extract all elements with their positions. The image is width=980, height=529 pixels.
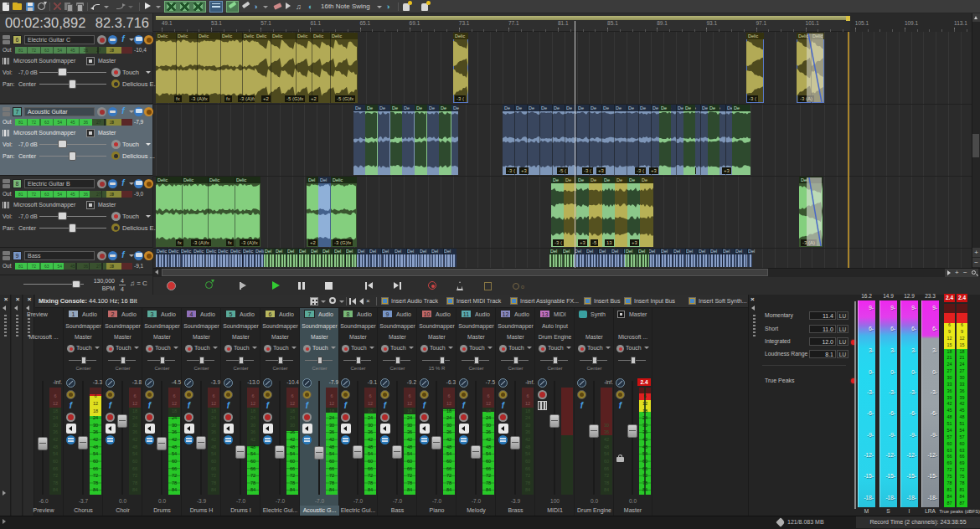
svg-text:54: 54	[368, 451, 373, 456]
svg-text:6: 6	[173, 393, 175, 398]
svg-text:9-: 9-	[869, 305, 874, 311]
svg-text:-15-: -15-	[864, 473, 874, 479]
svg-text:48: 48	[53, 444, 58, 449]
svg-text:78: 78	[329, 480, 334, 485]
svg-text:39: 39	[960, 395, 965, 400]
svg-text:30: 30	[172, 423, 177, 428]
svg-text:60: 60	[642, 459, 647, 464]
svg-text:60: 60	[290, 459, 295, 464]
svg-text:60: 60	[93, 459, 98, 464]
svg-text:-6-: -6-	[931, 410, 937, 416]
svg-text:-6-: -6-	[889, 410, 895, 416]
svg-text:30: 30	[486, 423, 491, 428]
svg-text:6: 6	[133, 393, 136, 398]
svg-text:48: 48	[960, 414, 965, 419]
svg-text:36: 36	[960, 388, 965, 393]
svg-text:9-: 9-	[911, 305, 916, 311]
svg-text:-3-: -3-	[889, 389, 895, 395]
svg-text:60: 60	[211, 459, 216, 464]
svg-text:48: 48	[93, 444, 98, 449]
svg-text:42: 42	[53, 437, 58, 442]
svg-text:42: 42	[407, 437, 412, 442]
svg-text:60: 60	[368, 459, 373, 464]
svg-text:78: 78	[290, 480, 295, 485]
svg-text:84: 84	[642, 487, 647, 492]
svg-text:-18-: -18-	[906, 495, 916, 501]
svg-text:18: 18	[960, 349, 965, 354]
svg-text:78: 78	[407, 480, 412, 485]
svg-text:24: 24	[53, 415, 58, 420]
svg-text:60: 60	[250, 459, 255, 464]
svg-text:69: 69	[947, 460, 952, 465]
svg-text:66: 66	[960, 454, 965, 459]
svg-text:48: 48	[211, 444, 216, 449]
svg-text:48: 48	[250, 444, 255, 449]
svg-text:12: 12	[290, 401, 295, 406]
svg-text:6: 6	[408, 393, 410, 398]
svg-text:6: 6	[291, 393, 293, 398]
svg-text:42: 42	[525, 437, 530, 442]
svg-text:24: 24	[446, 415, 451, 420]
svg-text:3-: 3-	[911, 347, 916, 353]
svg-text:60: 60	[960, 441, 965, 446]
svg-text:9-: 9-	[890, 305, 895, 311]
svg-text:15: 15	[947, 342, 952, 347]
svg-text:66: 66	[446, 466, 451, 471]
svg-text:63: 63	[947, 448, 952, 453]
svg-text:6-: 6-	[932, 326, 937, 331]
svg-text:12: 12	[947, 336, 952, 341]
svg-text:18: 18	[250, 408, 255, 413]
svg-text:72: 72	[132, 473, 137, 478]
svg-text:54: 54	[172, 451, 177, 456]
svg-text:72: 72	[53, 473, 58, 478]
svg-text:24: 24	[525, 415, 530, 420]
svg-text:27: 27	[960, 368, 965, 373]
svg-text:6: 6	[961, 322, 963, 327]
svg-text:3-: 3-	[932, 347, 937, 353]
svg-text:66: 66	[290, 466, 295, 471]
svg-text:78: 78	[947, 480, 952, 485]
svg-text:21: 21	[960, 355, 965, 360]
svg-text:60: 60	[132, 459, 137, 464]
svg-text:12: 12	[132, 401, 137, 406]
svg-text:-3-: -3-	[867, 389, 874, 395]
svg-text:-18-: -18-	[885, 495, 895, 501]
svg-text:30: 30	[446, 423, 451, 428]
svg-text:36: 36	[53, 429, 58, 434]
svg-text:72: 72	[446, 473, 451, 478]
svg-text:36: 36	[368, 429, 373, 434]
svg-text:12: 12	[486, 401, 491, 406]
svg-text:54: 54	[250, 451, 255, 456]
svg-text:51: 51	[947, 421, 952, 426]
svg-text:42: 42	[486, 437, 491, 442]
svg-text:81: 81	[960, 487, 965, 492]
svg-text:54: 54	[211, 451, 216, 456]
svg-text:48: 48	[132, 444, 137, 449]
svg-text:78: 78	[93, 480, 98, 485]
svg-text:36: 36	[407, 429, 412, 434]
svg-text:75: 75	[947, 474, 952, 479]
svg-text:81: 81	[947, 487, 952, 492]
svg-text:24: 24	[407, 415, 412, 420]
svg-text:-15-: -15-	[927, 473, 937, 479]
svg-text:0-: 0-	[869, 369, 874, 375]
svg-text:-3-: -3-	[910, 389, 916, 395]
svg-text:6-: 6-	[911, 326, 916, 331]
svg-text:36: 36	[290, 429, 295, 434]
svg-text:6-: 6-	[869, 326, 874, 331]
svg-text:84: 84	[132, 487, 137, 492]
svg-text:66: 66	[53, 466, 58, 471]
svg-text:45: 45	[947, 408, 952, 413]
svg-text:6: 6	[330, 393, 333, 398]
svg-text:18: 18	[407, 408, 412, 413]
svg-text:36: 36	[486, 429, 491, 434]
svg-text:24: 24	[642, 415, 647, 420]
svg-text:84: 84	[290, 487, 295, 492]
svg-text:54: 54	[53, 451, 58, 456]
svg-text:78: 78	[250, 480, 255, 485]
svg-text:30: 30	[250, 423, 255, 428]
svg-text:24: 24	[211, 415, 216, 420]
svg-text:-15-: -15-	[885, 473, 895, 479]
svg-text:-6-: -6-	[910, 410, 916, 416]
svg-text:18: 18	[368, 408, 373, 413]
